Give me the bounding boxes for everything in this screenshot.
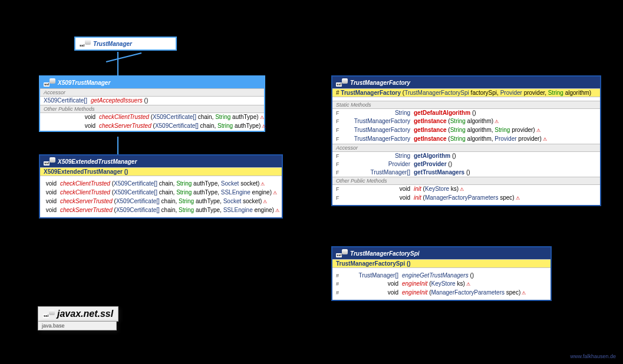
ssl-icon	[44, 157, 55, 166]
constructor: # TrustManagerFactory (TrustManagerFacto…	[332, 88, 600, 97]
method-row: F TrustManagerFactory getInstance (Strin…	[332, 135, 600, 144]
class-header: TrustManagerFactorySpi	[332, 247, 551, 259]
class-header: TrustManagerFactory	[332, 77, 600, 88]
svg-line-1	[106, 53, 141, 62]
method-row: void checkClientTrusted (X509Certificate…	[40, 188, 282, 197]
ssl-icon	[336, 249, 348, 257]
method-row: void checkServerTrusted (X509Certificate…	[40, 122, 264, 131]
class-title: X509ExtendedTrustManager	[58, 158, 137, 165]
constructor: TrustManagerFactorySpi ()	[332, 259, 551, 268]
method-row: F String getAlgorithm ()	[332, 152, 600, 160]
method-row: # TrustManager[] engineGetTrustManagers …	[332, 272, 551, 280]
ssl-icon	[79, 39, 91, 48]
class-trustmanagerfactory[interactable]: TrustManagerFactory # TrustManagerFactor…	[331, 75, 601, 206]
ssl-icon	[43, 310, 55, 318]
class-title: X509TrustManager	[58, 80, 110, 86]
module-name: java.base	[38, 322, 117, 330]
class-header: X509TrustManager	[40, 77, 264, 88]
method-row: void checkClientTrusted (X509Certificate…	[40, 113, 264, 122]
method-row: void checkClientTrusted (X509Certificate…	[40, 180, 282, 188]
class-title: TrustManagerFactory	[350, 80, 410, 86]
method-row: F TrustManager[] getTrustManagers ()	[332, 168, 600, 177]
class-trustmanager[interactable]: TrustManager	[74, 37, 177, 51]
class-title: TrustManager	[93, 41, 132, 47]
method-row: F void init (KeyStore ks)⚠	[332, 185, 600, 194]
method-row: # void engineInit (ManagerFactoryParamet…	[332, 289, 551, 297]
ssl-icon	[336, 78, 348, 87]
package-label: javax.net.ssl java.base	[38, 306, 118, 330]
method-row: void checkServerTrusted (X509Certificate…	[40, 197, 282, 206]
class-title: TrustManagerFactorySpi	[350, 250, 420, 257]
method-row: void checkServerTrusted (X509Certificate…	[40, 206, 282, 215]
footer-link[interactable]: www.falkhausen.de	[570, 353, 616, 359]
constructor: X509ExtendedTrustManager ()	[40, 167, 282, 176]
ssl-icon	[44, 78, 55, 87]
method-row: X509Certificate[] getAcceptedIssuers ()	[40, 97, 264, 105]
section-static: Static Methods	[332, 101, 600, 109]
method-row: F void init (ManagerFactoryParameters sp…	[332, 194, 600, 203]
section-accessor: Accessor	[40, 88, 264, 97]
package-name: javax.net.ssl	[57, 309, 113, 319]
section-public: Other Public Methods	[40, 105, 264, 113]
method-row: F Provider getProvider ()	[332, 160, 600, 168]
method-row: # void engineInit (KeyStore ks)⚠	[332, 280, 551, 289]
method-row: F TrustManagerFactory getInstance (Strin…	[332, 126, 600, 135]
method-row: F TrustManagerFactory getInstance (Strin…	[332, 117, 600, 126]
class-header: TrustManager	[75, 38, 176, 49]
method-row: F String getDefaultAlgorithm ()	[332, 109, 600, 117]
class-trustmanagerfactoryspi[interactable]: TrustManagerFactorySpi TrustManagerFacto…	[331, 246, 552, 301]
class-header: X509ExtendedTrustManager	[40, 155, 282, 167]
section-accessor: Accessor	[332, 144, 600, 152]
class-x509trustmanager[interactable]: X509TrustManager Accessor X509Certificat…	[39, 75, 265, 132]
section-public: Other Public Methods	[332, 177, 600, 185]
class-x509extendedtrustmanager[interactable]: X509ExtendedTrustManager X509ExtendedTru…	[39, 154, 283, 219]
